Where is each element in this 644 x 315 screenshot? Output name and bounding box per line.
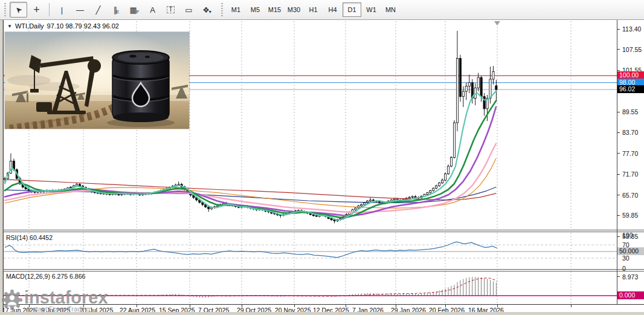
rsi-axis-label: 0 xyxy=(622,265,626,272)
symbol-ohlc-values: 97.10 98.79 92.43 96.02 xyxy=(47,22,119,30)
price-tick-label: 89.55 xyxy=(622,108,638,115)
drawing-tools-group: ➤+|—╱∥E▦FAT▭❖▾ xyxy=(10,2,216,18)
price-tick xyxy=(617,195,620,195)
trading-terminal-window: ➤+|—╱∥E▦FAT▭❖▾ M1M5M15M30H1H4D1W1MN ▼ WT… xyxy=(0,0,644,315)
price-axis[interactable]: 113.40107.55101.5589.5583.7077.7071.7065… xyxy=(617,0,644,315)
price-tick-label: 65.70 xyxy=(622,192,638,199)
price-tick xyxy=(617,132,620,133)
pane-separator[interactable] xyxy=(3,271,644,271)
symbol-dropdown-arrow[interactable]: ▼ xyxy=(7,24,12,29)
shapes-tool-button-modifier: ▾ xyxy=(209,9,211,15)
rsi-label: RSI(14) 60.4452 xyxy=(6,234,53,241)
price-tick xyxy=(617,49,620,50)
crosshair-tool-icon: + xyxy=(33,4,40,15)
rsi-axis-label: 30 xyxy=(622,255,630,262)
price-tick xyxy=(617,29,620,30)
equidistant-channel-tool-button[interactable]: ∥E xyxy=(108,2,125,18)
price-tick xyxy=(617,215,620,216)
macd-tick xyxy=(617,276,620,277)
logo-brand-text: instaforex xyxy=(24,289,108,307)
crosshair-tool-button[interactable]: + xyxy=(28,2,45,18)
oil-photo-graphic xyxy=(5,32,189,129)
price-tick-label: 59.85 xyxy=(622,212,638,219)
trendline-tool-button[interactable]: ╱ xyxy=(89,2,107,18)
instaforex-gear-icon xyxy=(2,289,22,311)
text-label-tool-icon: T xyxy=(167,6,174,13)
price-tick-label: 107.55 xyxy=(622,46,642,53)
symbol-label: WTI,Daily xyxy=(15,22,44,30)
equidistant-channel-tool-button-modifier: E xyxy=(116,9,119,15)
price-tick xyxy=(617,174,620,175)
price-tick xyxy=(617,153,620,154)
window-bottom-edge xyxy=(0,312,644,315)
pane-separator[interactable] xyxy=(3,232,644,232)
instaforex-watermark: instaforex Instant Forex Trading xyxy=(2,289,22,313)
timeframe-m5-button[interactable]: M5 xyxy=(246,2,265,17)
timeframes-group: M1M5M15M30H1H4D1W1MN xyxy=(227,2,400,17)
cursor-tool-button[interactable]: ➤ xyxy=(10,2,27,18)
price-tick xyxy=(617,70,620,71)
text-label-tool-button[interactable]: T xyxy=(162,2,179,18)
pane-separator[interactable] xyxy=(3,230,644,230)
toolbar-grip[interactable] xyxy=(221,3,223,16)
vertical-line-tool-icon: | xyxy=(61,6,63,14)
pane-separator[interactable] xyxy=(3,269,644,270)
horizontal-line-tool-icon: — xyxy=(76,6,84,14)
symbol-title-row[interactable]: ▼ WTI,Daily 97.10 98.79 92.43 96.02 xyxy=(7,22,119,30)
timeframe-h4-button[interactable]: H4 xyxy=(323,2,342,17)
macd-axis-label: 8.973 xyxy=(622,273,638,281)
oil-article-image xyxy=(5,32,189,129)
price-tick-label: 77.70 xyxy=(622,150,638,157)
macd-zero-badge: 0.000 xyxy=(617,291,644,299)
toolbar-grip[interactable] xyxy=(4,3,6,16)
timeframe-mn-button[interactable]: MN xyxy=(381,2,400,17)
timeframe-m30-button[interactable]: M30 xyxy=(285,2,303,17)
timeframe-w1-button[interactable]: W1 xyxy=(362,2,381,17)
toolbar: ➤+|—╱∥E▦FAT▭❖▾ M1M5M15M30H1H4D1W1MN xyxy=(0,0,644,20)
price-tick-label: 83.70 xyxy=(622,129,638,136)
text-tool-icon: A xyxy=(150,6,155,14)
text-tool-button[interactable]: A xyxy=(144,2,161,18)
shapes-tool-button[interactable]: ❖▾ xyxy=(198,2,216,18)
price-tick-label: 71.70 xyxy=(622,170,638,178)
rectangle-tool-icon: ▭ xyxy=(185,6,192,14)
trendline-tool-icon: ╱ xyxy=(96,6,101,14)
timeframe-d1-button[interactable]: D1 xyxy=(343,2,361,17)
cursor-tool-icon: ➤ xyxy=(13,5,24,15)
toolbar-separator xyxy=(49,3,50,16)
price-tick-label: 113.40 xyxy=(622,25,641,33)
date-tick xyxy=(571,305,572,307)
timeframe-h1-button[interactable]: H1 xyxy=(304,2,323,17)
vertical-line-tool-button[interactable]: | xyxy=(53,2,71,18)
rsi-axis-label: 100 xyxy=(622,232,633,239)
window-left-edge xyxy=(0,20,3,315)
timeframe-m15-button[interactable]: M15 xyxy=(265,2,284,17)
horizontal-line-tool-button[interactable]: — xyxy=(71,2,89,18)
price-tick xyxy=(617,112,620,112)
fibonacci-tool-button[interactable]: ▦F xyxy=(126,2,143,18)
timeframe-m1-button[interactable]: M1 xyxy=(227,2,245,17)
price-tick xyxy=(617,236,620,237)
rsi-level-badge: 50.000 xyxy=(617,247,644,255)
rectangle-tool-button[interactable]: ▭ xyxy=(180,2,198,18)
price-level-badge: 96.02 xyxy=(617,85,644,93)
macd-label: MACD(12,26,9) 6.275 6.866 xyxy=(6,273,85,280)
oil-barrel xyxy=(107,51,175,127)
fibonacci-tool-button-modifier: F xyxy=(137,9,140,15)
